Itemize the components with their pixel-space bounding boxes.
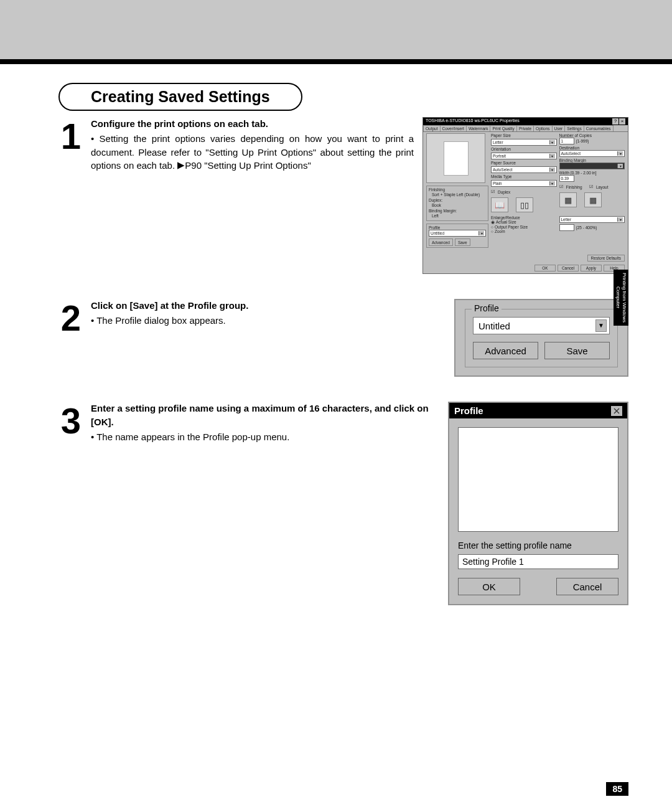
close-icon[interactable] — [611, 406, 622, 416]
top-gray-bar — [0, 0, 672, 59]
restore-defaults-button[interactable]: Restore Defaults — [587, 255, 625, 262]
enlarge-group: Enlarge/Reduce Actual Size Output Paper … — [491, 215, 557, 234]
tab-watermark[interactable]: Watermark — [466, 125, 491, 131]
tab-cover[interactable]: Cover/Insert — [440, 125, 467, 131]
page-preview — [426, 133, 485, 183]
page-content: Creating Saved Settings 1 Configure the … — [0, 64, 672, 643]
tab-consumables[interactable]: Consumables — [584, 125, 614, 131]
orientation-combo[interactable]: Portrait▾ — [491, 153, 557, 159]
copies-spinner[interactable]: 1 — [559, 138, 574, 144]
profile-dialog: Profile Enter the setting profile name S… — [448, 402, 628, 605]
profile-group-small: Profile Untitled▾ Advanced Save — [426, 224, 488, 248]
finishing-summary: Finishing Sort + Staple Left (Double) Du… — [426, 186, 488, 221]
step-1-number: 1 — [56, 117, 86, 151]
page-number: 85 — [606, 782, 628, 796]
profile-listbox[interactable] — [458, 427, 618, 532]
width-spinner[interactable]: 0.39 — [559, 175, 574, 182]
profile-combo-small[interactable]: Untitled▾ — [429, 230, 486, 237]
advanced-button[interactable]: Advanced — [473, 342, 538, 359]
properties-dialog: TOSHIBA e-STUDIO810 ws-PCL6UC Properties… — [422, 117, 628, 274]
black-divider — [0, 59, 672, 64]
tab-quality[interactable]: Print Quality — [490, 125, 516, 131]
step-3-number: 3 — [56, 402, 86, 436]
step-1: 1 Configure the print options on each ta… — [56, 117, 628, 274]
close-icon[interactable]: × — [619, 118, 625, 125]
cancel-button[interactable]: Cancel — [556, 578, 618, 595]
section-title-pill: Creating Saved Settings — [58, 83, 302, 111]
ok-button-small[interactable]: OK — [534, 265, 556, 271]
step-1-heading: Configure the print options on each tab. — [91, 117, 414, 131]
properties-tabs[interactable]: Output Cover/Insert Watermark Print Qual… — [423, 125, 628, 132]
step-3: 3 Enter a setting profile name using a m… — [56, 402, 628, 605]
tab-output[interactable]: Output — [423, 125, 441, 131]
tab-settings[interactable]: Settings — [564, 125, 584, 131]
profile-legend: Profile — [472, 303, 502, 313]
destination-combo[interactable]: AutoSelect▾ — [559, 150, 625, 157]
layout-icon-2[interactable]: ▦ — [584, 192, 602, 207]
profile-combo[interactable]: Untitled ▼ — [473, 317, 610, 334]
duplex-checkbox[interactable] — [491, 189, 496, 194]
output-size-combo[interactable]: Letter▾ — [559, 216, 625, 223]
side-section-tab: Printing from Windows Computer — [614, 270, 628, 326]
tab-options[interactable]: Options — [533, 125, 552, 131]
tab-private[interactable]: Private — [516, 125, 534, 131]
step-2: 2 Click on [Save] at the Profile group. … — [56, 299, 628, 377]
cancel-button-small[interactable]: Cancel — [558, 265, 579, 271]
media-type-combo[interactable]: Plain▾ — [491, 180, 557, 187]
binding-margin-combo[interactable]: ▾ — [559, 163, 625, 169]
dropdown-arrow-icon[interactable]: ▼ — [595, 319, 607, 332]
save-button-small[interactable]: Save — [455, 238, 470, 246]
window-controls: ?× — [612, 118, 625, 125]
apply-button-small[interactable]: Apply — [581, 265, 602, 271]
profile-name-label: Enter the setting profile name — [458, 540, 618, 550]
step-3-heading: Enter a setting profile name using a max… — [91, 402, 439, 429]
profile-group-panel: Profile Untitled ▼ Advanced Save — [454, 299, 628, 377]
step-2-heading: Click on [Save] at the Profile group. — [91, 299, 439, 313]
step-3-body: • The name appears in the Profile pop-up… — [91, 430, 439, 444]
paper-size-combo[interactable]: Letter▾ — [491, 139, 557, 146]
properties-titlebar: TOSHIBA e-STUDIO810 ws-PCL6UC Properties… — [423, 118, 628, 125]
help-icon[interactable]: ? — [612, 118, 618, 125]
pages-icon[interactable]: ▯▯ — [516, 197, 533, 212]
tab-user[interactable]: User — [552, 125, 566, 131]
ok-button[interactable]: OK — [458, 578, 520, 595]
step-2-body: • The Profile dialog box appears. — [91, 314, 439, 328]
step-2-number: 2 — [56, 299, 86, 333]
layout-icon-1[interactable]: ▦ — [559, 192, 577, 207]
step-1-body: • Setting the print options varies depen… — [91, 132, 414, 172]
profile-dialog-titlebar: Profile — [449, 403, 627, 418]
save-button[interactable]: Save — [544, 342, 610, 359]
book-icon[interactable]: 📖 — [491, 197, 508, 212]
paper-source-combo[interactable]: AutoSelect▾ — [491, 166, 557, 173]
section-title: Creating Saved Settings — [91, 88, 270, 105]
profile-name-input[interactable]: Setting Profile 1 — [458, 554, 618, 569]
advanced-button-small[interactable]: Advanced — [429, 238, 453, 246]
